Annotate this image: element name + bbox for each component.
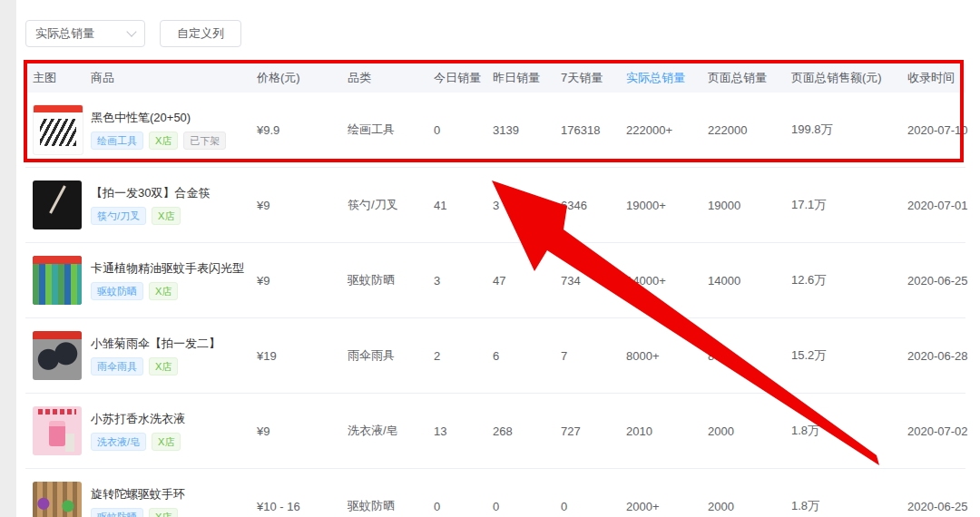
yesterday-sales-cell: 0 [493,500,561,513]
table-row[interactable]: 卡通植物精油驱蚊手表闪光型 驱蚊防晒X店 ¥9 驱蚊防晒 3 47 734 14… [25,243,965,318]
product-thumbnail[interactable] [33,331,82,380]
sort-dropdown[interactable]: 实际总销量 [25,20,145,47]
price-cell: ¥10 - 16 [257,500,348,513]
product-thumbnail[interactable] [33,104,83,155]
price-cell: ¥9 [257,424,348,438]
yesterday-sales-cell: 268 [493,424,561,438]
price-cell: ¥19 [257,349,348,363]
product-tag: X店 [152,207,181,225]
7day-sales-cell: 6346 [561,199,626,212]
page-total-sales-cell: 14000 [708,274,791,288]
product-thumbnail[interactable] [33,256,82,305]
actual-total-sales-cell: 8000+ [626,349,708,363]
col-header-page-total-amount: 页面总销售额(元) [791,70,907,86]
product-tag: X店 [152,433,181,451]
col-header-record-date: 收录时间 [907,70,965,86]
col-header-today-sales: 今日销量 [434,70,493,86]
product-title: 旋转陀螺驱蚊手环 [91,486,257,502]
category-cell: 绘画工具 [348,122,434,138]
product-tag: 筷勺/刀叉 [91,207,146,225]
product-thumbnail[interactable] [33,180,82,229]
page-total-amount-cell: 1.8万 [791,498,907,514]
product-tag: 雨伞雨具 [91,357,143,376]
page-total-amount-cell: 199.8万 [791,122,907,138]
table-header: 主图 商品 价格(元) 品类 今日销量 昨日销量 7天销量 实际总销量 页面总销… [25,63,965,93]
7day-sales-cell: 727 [561,424,626,438]
col-header-yesterday-sales: 昨日销量 [493,70,561,86]
page-total-sales-cell: 19000 [708,199,791,212]
tag-list: 绘画工具X店已下架 [91,132,257,150]
col-header-7day-sales: 7天销量 [561,70,626,86]
table-row[interactable]: 【拍一发30双】合金筷 筷勺/刀叉X店 ¥9 筷勺/刀叉 41 3 6346 1… [25,168,965,243]
yesterday-sales-cell: 3 [493,199,561,212]
7day-sales-cell: 0 [561,500,626,513]
tag-list: 雨伞雨具X店 [91,357,257,376]
tag-list: 筷勺/刀叉X店 [91,207,257,225]
actual-total-sales-cell: 2010 [626,424,708,438]
col-header-thumbnail: 主图 [33,70,91,86]
col-header-product: 商品 [91,70,257,86]
yesterday-sales-cell: 6 [493,349,561,363]
chevron-down-icon [126,26,136,36]
product-tag: 驱蚊防晒 [91,282,143,300]
category-cell: 洗衣液/皂 [348,423,434,439]
product-title: 卡通植物精油驱蚊手表闪光型 [91,260,257,277]
7day-sales-cell: 7 [561,349,626,363]
table-row[interactable]: 小雏菊雨伞【拍一发二】 雨伞雨具X店 ¥19 雨伞雨具 2 6 7 8000+ … [25,318,965,394]
record-date-cell: 2020-07-01 [907,199,965,212]
col-header-page-total-sales: 页面总销量 [708,70,791,86]
product-tag: X店 [149,282,178,300]
today-sales-cell: 0 [434,123,493,137]
col-header-price: 价格(元) [257,70,348,86]
product-tag: 驱蚊防晒 [91,508,143,517]
today-sales-cell: 41 [434,199,493,212]
product-tag: X店 [149,508,178,517]
category-cell: 筷勺/刀叉 [348,197,434,213]
today-sales-cell: 13 [434,424,493,438]
today-sales-cell: 0 [434,500,493,513]
tag-list: 驱蚊防晒X店 [91,282,257,300]
today-sales-cell: 3 [434,274,493,288]
page-total-amount-cell: 15.2万 [791,347,907,364]
sort-dropdown-value: 实际总销量 [35,25,94,42]
yesterday-sales-cell: 3139 [493,123,561,137]
product-title: 黑色中性笔(20+50) [91,110,257,126]
left-gutter [0,0,16,517]
today-sales-cell: 2 [434,349,493,363]
product-tag: 绘画工具 [91,132,143,150]
actual-total-sales-cell: 222000+ [626,123,708,137]
actual-total-sales-cell: 2000+ [626,500,708,513]
product-thumbnail[interactable] [33,406,82,455]
7day-sales-cell: 176318 [561,123,626,137]
actual-total-sales-cell: 19000+ [626,199,708,212]
product-title: 小苏打香水洗衣液 [91,411,257,427]
price-cell: ¥9 [257,199,348,212]
category-cell: 驱蚊防晒 [348,272,434,288]
page-total-amount-cell: 1.8万 [791,423,907,439]
product-tag: X店 [149,132,178,150]
customize-columns-button[interactable]: 自定义列 [160,20,241,47]
page-total-sales-cell: 8000 [708,349,791,363]
page: 实际总销量 自定义列 主图 商品 价格(元) 品类 今日销量 昨日销量 7天销量… [0,0,980,517]
record-date-cell: 2020-06-28 [907,349,965,363]
record-date-cell: 2020-06-25 [907,500,965,513]
tag-list: 驱蚊防晒X店 [91,508,257,517]
product-tag: X店 [149,357,178,376]
product-thumbnail[interactable] [33,482,82,517]
products-table: 主图 商品 价格(元) 品类 今日销量 昨日销量 7天销量 实际总销量 页面总销… [25,63,965,517]
price-cell: ¥9.9 [257,123,348,137]
col-header-actual-total-sales[interactable]: 实际总销量 [626,70,708,86]
actual-total-sales-cell: 14000+ [626,274,708,288]
table-body: 黑色中性笔(20+50) 绘画工具X店已下架 ¥9.9 绘画工具 0 3139 … [25,93,965,517]
table-row[interactable]: 旋转陀螺驱蚊手环 驱蚊防晒X店 ¥10 - 16 驱蚊防晒 0 0 0 2000… [25,469,965,517]
table-row[interactable]: 小苏打香水洗衣液 洗衣液/皂X店 ¥9 洗衣液/皂 13 268 727 201… [25,394,965,469]
product-tag: 已下架 [183,132,226,150]
product-title: 【拍一发30双】合金筷 [91,185,257,201]
page-total-amount-cell: 12.6万 [791,272,907,288]
col-header-category: 品类 [348,70,434,86]
price-cell: ¥9 [257,274,348,288]
table-row[interactable]: 黑色中性笔(20+50) 绘画工具X店已下架 ¥9.9 绘画工具 0 3139 … [25,93,965,168]
page-total-amount-cell: 17.1万 [791,197,907,213]
page-total-sales-cell: 2000 [708,500,791,513]
tag-list: 洗衣液/皂X店 [91,433,257,451]
